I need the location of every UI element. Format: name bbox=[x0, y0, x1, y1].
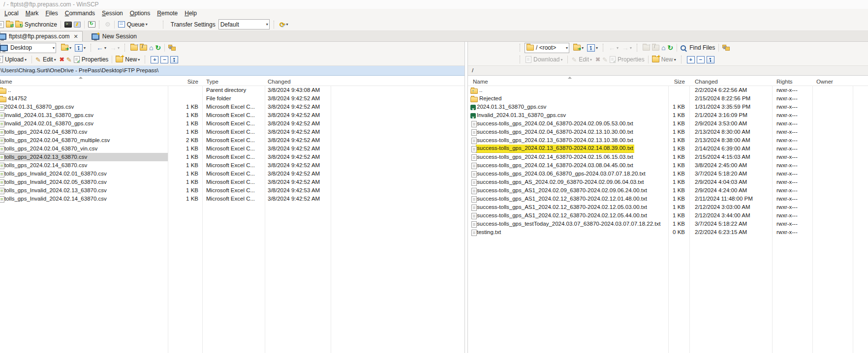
transfer-options-button[interactable] bbox=[279, 19, 291, 30]
queue-button[interactable]: Queue bbox=[117, 19, 150, 30]
table-row[interactable]: tolls_gps_2024.02.04_63870_vin.csv 1 KB … bbox=[0, 145, 465, 153]
table-row[interactable]: tolls_gps_Invalid_2024.02.14_63870.csv 1… bbox=[0, 195, 465, 203]
table-row[interactable]: success-tolls_gps_AS1_2024.02.09_63870-2… bbox=[468, 186, 868, 195]
table-row[interactable]: Rejected 2/15/2024 8:22:56 PM rwxr-x--- bbox=[468, 94, 868, 103]
unselect-files-button[interactable]: − bbox=[697, 56, 705, 63]
table-row[interactable]: Invalid_2024.02.01_63870_gps.csv 1 KB Mi… bbox=[0, 119, 465, 128]
new-session-dialog-button[interactable] bbox=[0, 19, 5, 30]
local-tree-button[interactable] bbox=[167, 42, 177, 53]
local-filter-box-button[interactable] bbox=[169, 54, 179, 65]
table-row[interactable]: 414752 File folder 3/8/2024 9:42:52 AM bbox=[0, 94, 465, 103]
column-header-type[interactable]: Type bbox=[202, 76, 265, 86]
local-refresh-button[interactable] bbox=[155, 42, 162, 53]
remote-filter-box-button[interactable] bbox=[706, 54, 715, 65]
table-row[interactable]: success-tolls_gps_AS1_2024.02.12_63870-2… bbox=[468, 203, 868, 211]
unselect-files-button[interactable]: − bbox=[160, 56, 168, 63]
remote-new-button[interactable]: ✦ New bbox=[651, 54, 679, 65]
column-header-rights[interactable]: Rights bbox=[772, 76, 812, 86]
table-row[interactable]: tolls_gps_Invalid_2024.02.13_63870.csv 1… bbox=[0, 186, 465, 195]
local-home-button[interactable] bbox=[148, 42, 154, 53]
table-row[interactable]: tolls_gps_2024.02.04_63870.csv 1 KB Micr… bbox=[0, 128, 465, 136]
remote-forward-button[interactable]: → bbox=[621, 42, 634, 53]
table-row[interactable]: success-tolls_gps_2024.02.13_63870-2024.… bbox=[468, 145, 868, 153]
local-back-button[interactable]: ← bbox=[95, 42, 109, 53]
remote-parent-directory-button[interactable]: ↑ bbox=[642, 42, 651, 53]
local-open-directory-button[interactable]: ➜ bbox=[60, 42, 74, 53]
refresh-session-button[interactable] bbox=[87, 19, 96, 30]
close-icon[interactable]: ✕ bbox=[74, 33, 78, 40]
table-row[interactable]: success-tolls_gps_AS1_2024.02.12_63870-2… bbox=[468, 211, 868, 220]
local-parent-directory-button[interactable]: ↑ bbox=[129, 42, 139, 53]
table-row[interactable]: tolls_gps_2024.02.04_63870_multiple.csv … bbox=[0, 136, 465, 145]
table-row[interactable]: 2024.01.31_63870_gps.csv 1 KB Microsoft … bbox=[0, 103, 465, 111]
local-filter-button[interactable] bbox=[74, 42, 88, 53]
remote-home-button[interactable] bbox=[660, 42, 666, 53]
open-in-putty-button[interactable] bbox=[73, 19, 82, 30]
synchronize-button[interactable]: ↻ Synchronize bbox=[14, 19, 58, 30]
local-edit-button[interactable]: Edit bbox=[34, 54, 59, 65]
menu-item[interactable]: Files bbox=[42, 9, 61, 18]
column-header-changed[interactable]: Changed bbox=[689, 76, 772, 86]
table-row[interactable]: Invalid_2024.01.31_63870_gps.csv 1 KB 2/… bbox=[468, 111, 868, 119]
menu-item[interactable]: Options bbox=[126, 9, 154, 18]
menu-item[interactable]: Help bbox=[181, 9, 200, 18]
column-header-owner[interactable]: Owner bbox=[812, 76, 853, 86]
table-row[interactable]: success-tolls_gps_2024.02.14_63870-2024.… bbox=[468, 161, 868, 170]
column-header-changed[interactable]: Changed bbox=[265, 76, 331, 86]
remote-properties-button[interactable]: ✓ Properties bbox=[609, 54, 646, 65]
transfer-settings-select[interactable]: Default bbox=[218, 19, 270, 29]
tab-active-session[interactable]: ftptst@ftp.prepass.com ✕ bbox=[0, 31, 83, 41]
remote-back-button[interactable]: ← bbox=[608, 42, 621, 53]
menu-item[interactable]: Local bbox=[1, 9, 22, 18]
table-row[interactable]: success-tolls_gps_2024.02.04_63870-2024.… bbox=[468, 119, 868, 128]
table-row[interactable]: success-tolls_gps_2024.03.06_63870_gps-2… bbox=[468, 170, 868, 178]
column-header-name[interactable]: Name bbox=[0, 76, 168, 86]
open-terminal-button[interactable] bbox=[63, 19, 73, 30]
local-path-bar[interactable]: \Users\Chirag.Surti\OneDrive - PrePass\D… bbox=[0, 65, 465, 76]
remote-edit-button[interactable]: Edit bbox=[570, 54, 594, 65]
local-delete-button[interactable] bbox=[59, 54, 65, 65]
table-row[interactable]: tolls_gps_Invalid_2024.02.05_63870.csv 1… bbox=[0, 178, 465, 186]
table-row[interactable]: tolls_gps_2024.02.13_63870.csv 1 KB Micr… bbox=[0, 153, 465, 161]
table-row[interactable]: tolls_gps_2024.02.14_63870.csv 1 KB Micr… bbox=[0, 161, 465, 170]
preferences-button[interactable] bbox=[104, 19, 112, 30]
remote-rename-button[interactable] bbox=[601, 54, 609, 65]
remote-refresh-button[interactable] bbox=[667, 42, 675, 53]
remote-open-directory-button[interactable]: ➜ bbox=[572, 42, 586, 53]
table-row[interactable]: success-tolls_gps_testToday_2024.03.07_6… bbox=[468, 220, 868, 228]
local-forward-button[interactable]: → bbox=[109, 42, 122, 53]
select-files-button[interactable]: + bbox=[151, 56, 158, 63]
table-row[interactable]: success-tolls_gps_AS_2024.02.09_63870-20… bbox=[468, 178, 868, 186]
local-new-button[interactable]: ✦ New bbox=[115, 54, 142, 65]
download-button[interactable]: ↓ Download bbox=[525, 54, 565, 65]
remote-filter-button[interactable] bbox=[586, 42, 600, 53]
table-row[interactable]: tolls_gps_Invalid_2024.02.01_63870.csv 1… bbox=[0, 170, 465, 178]
table-row[interactable]: .. Parent directory 3/8/2024 9:43:08 AM bbox=[0, 86, 465, 94]
local-location-select[interactable]: Desktop bbox=[0, 43, 56, 53]
select-files-button[interactable]: + bbox=[687, 56, 695, 63]
local-properties-button[interactable]: ✓ Properties bbox=[73, 54, 110, 65]
table-row[interactable]: 2024.01.31_63870_gps.csv 1 KB 1/31/2024 … bbox=[468, 103, 868, 111]
local-root-directory-button[interactable]: / bbox=[139, 42, 148, 53]
remote-delete-button[interactable] bbox=[594, 54, 601, 65]
remote-location-select[interactable]: / <root> bbox=[525, 43, 569, 53]
table-row[interactable]: success-tolls_gps_AS1_2024.02.12_63870-2… bbox=[468, 195, 868, 203]
table-row[interactable]: success-tolls_gps_2024.02.04_63870-2024.… bbox=[468, 128, 868, 136]
column-header-size[interactable]: Size bbox=[668, 76, 689, 86]
local-rename-button[interactable] bbox=[65, 54, 73, 65]
upload-button[interactable]: ↑ Upload bbox=[0, 54, 29, 65]
menu-item[interactable]: Session bbox=[98, 9, 126, 18]
table-row[interactable]: .. 2/2/2024 6:22:56 AM rwxr-x--- bbox=[468, 86, 868, 94]
table-row[interactable]: success-tolls_gps_2024.02.13_63870-2024.… bbox=[468, 136, 868, 145]
menu-item[interactable]: Remote bbox=[154, 9, 181, 18]
remote-tree-button[interactable] bbox=[721, 42, 731, 53]
menu-item[interactable]: Mark bbox=[22, 9, 42, 18]
table-row[interactable]: testing.txt 0 KB 2/2/2024 6:23:15 AM rwx… bbox=[468, 228, 868, 236]
remote-path-bar[interactable]: / bbox=[468, 65, 868, 76]
tab-new-session[interactable]: ✦ New Session bbox=[88, 31, 141, 41]
column-header-size[interactable]: Size bbox=[168, 76, 202, 86]
find-files-button[interactable]: Find Files bbox=[680, 42, 716, 53]
table-row[interactable]: Invalid_2024.01.31_63870_gps.csv 1 KB Mi… bbox=[0, 111, 465, 119]
sync-browsing-button[interactable]: ⇄ bbox=[5, 19, 14, 30]
menu-item[interactable]: Commands bbox=[62, 9, 98, 18]
